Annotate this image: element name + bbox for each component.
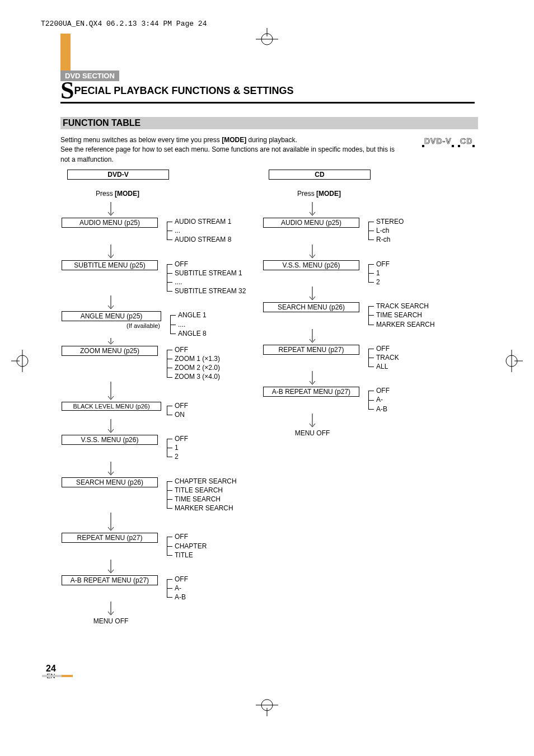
ab-repeat-menu-options: OFF A- A-B — [162, 575, 263, 602]
opt: ALL — [364, 362, 465, 371]
opt: OFF — [162, 575, 263, 584]
vss-menu-options: OFF 1 2 — [162, 434, 263, 462]
subheading: FUNCTION TABLE — [60, 117, 478, 129]
dvdv-press-line: Press [MODE] — [62, 190, 174, 198]
opt: ... — [162, 226, 263, 235]
cd-ab-repeat-menu-box: A-B REPEAT MENU (p27) — [263, 387, 359, 397]
opt: MARKER SEARCH — [162, 504, 263, 513]
opt: ANGLE 8 — [166, 329, 266, 338]
mode-key: [MODE] — [222, 136, 246, 144]
opt: 1 — [364, 269, 465, 278]
opt: TIME SEARCH — [162, 495, 263, 504]
if-available-note: (If available) — [62, 322, 160, 329]
menu-off: MENU OFF — [62, 617, 160, 625]
angle-menu-box: ANGLE MENU (p25) — [62, 311, 161, 321]
opt: ON — [162, 410, 263, 419]
opt: TRACK — [364, 353, 465, 362]
opt: STEREO — [364, 217, 465, 226]
dvdv-column: DVD-V Press [MODE] AUDIO MENU (p25) AUDI… — [62, 170, 263, 625]
cd-column: CD Press [MODE] AUDIO MENU (p25) STEREO … — [263, 170, 465, 437]
cd-repeat-options: OFF TRACK ALL — [364, 344, 465, 372]
opt: OFF — [162, 401, 263, 410]
opt: 2 — [364, 278, 465, 287]
intro-text: Setting menu switches as below every tim… — [60, 135, 396, 165]
opt: SUBTITLE STREAM 1 — [162, 269, 263, 278]
menu-off: MENU OFF — [263, 429, 362, 437]
opt: 2 — [162, 452, 263, 461]
opt: .... — [162, 278, 263, 287]
cd-vss-options: OFF 1 2 — [364, 260, 465, 287]
opt: ANGLE 1 — [166, 311, 266, 320]
print-header: T2200UA_EN.QX4 06.2.13 3:44 PM Page 24 — [41, 20, 207, 28]
cd-repeat-menu-box: REPEAT MENU (p27) — [263, 345, 359, 355]
opt: SUBTITLE STREAM 32 — [162, 287, 263, 295]
title-rest: PECIAL PLAYBACK FUNCTIONS & SETTINGS — [74, 85, 293, 96]
page-number-value: 24 — [46, 664, 56, 673]
opt: ZOOM 3 (×4.0) — [162, 372, 263, 381]
mode-key: [MODE] — [115, 190, 139, 198]
dvdv-disc-label: DVD-V — [67, 170, 169, 180]
opt: OFF — [364, 344, 465, 353]
crop-mark-top — [256, 28, 278, 50]
opt: OFF — [162, 434, 263, 443]
crop-mark-left — [11, 350, 34, 372]
opt: OFF — [162, 532, 263, 541]
intro-text-1: Setting menu switches as below every tim… — [60, 136, 222, 144]
vss-menu-box: V.S.S. MENU (p26) — [62, 435, 158, 445]
opt: 1 — [162, 443, 263, 452]
zoom-menu-options: OFF ZOOM 1 (×1.3) ZOOM 2 (×2.0) ZOOM 3 (… — [162, 345, 263, 382]
ab-repeat-menu-box: A-B REPEAT MENU (p27) — [62, 575, 158, 585]
opt: A-B — [162, 593, 263, 602]
angle-menu-options: ANGLE 1 .... ANGLE 8 — [166, 311, 266, 338]
disc-icons: DVD-V CD — [423, 135, 477, 147]
cd-icon: CD — [458, 135, 474, 147]
cd-search-options: TRACK SEARCH TIME SEARCH MARKER SEARCH — [364, 302, 465, 329]
cd-ab-repeat-options: OFF A- A-B — [364, 386, 465, 414]
cd-search-menu-box: SEARCH MENU (p26) — [263, 302, 359, 312]
opt: AUDIO STREAM 1 — [162, 217, 263, 226]
opt: ZOOM 2 (×2.0) — [162, 363, 263, 372]
cd-vss-menu-box: V.S.S. MENU (p26) — [263, 260, 359, 270]
page-num-gray-bar — [42, 675, 62, 677]
audio-menu-box: AUDIO MENU (p25) — [62, 218, 158, 228]
cd-press-line: Press [MODE] — [263, 190, 375, 198]
cd-audio-menu-box: AUDIO MENU (p25) — [263, 218, 359, 228]
opt: ZOOM 1 (×1.3) — [162, 354, 263, 363]
opt: R-ch — [364, 235, 465, 244]
press-text: Press — [297, 190, 316, 198]
opt: OFF — [364, 260, 465, 269]
mode-key: [MODE] — [316, 190, 341, 198]
opt: AUDIO STREAM 8 — [162, 235, 263, 244]
opt: OFF — [364, 386, 465, 395]
opt: .... — [166, 320, 266, 329]
opt: TRACK SEARCH — [364, 302, 465, 311]
opt: A-B — [364, 405, 465, 414]
intro-text-2: during playback. — [246, 136, 297, 144]
page-num-orange-bar — [62, 675, 73, 677]
opt: A- — [364, 395, 465, 404]
opt: A- — [162, 584, 263, 593]
repeat-menu-box: REPEAT MENU (p27) — [62, 533, 158, 543]
opt: OFF — [162, 260, 263, 269]
search-menu-box: SEARCH MENU (p26) — [62, 477, 158, 487]
cd-audio-options: STEREO L-ch R-ch — [364, 217, 465, 245]
opt: TIME SEARCH — [364, 311, 465, 320]
audio-menu-options: AUDIO STREAM 1 ... AUDIO STREAM 8 — [162, 217, 263, 245]
crop-mark-right — [500, 350, 523, 372]
title-dropcap: S — [60, 77, 74, 104]
opt: MARKER SEARCH — [364, 320, 465, 329]
search-menu-options: CHAPTER SEARCH TITLE SEARCH TIME SEARCH … — [162, 477, 263, 513]
opt: OFF — [162, 345, 263, 354]
page-title: SPECIAL PLAYBACK FUNCTIONS & SETTINGS — [60, 81, 475, 104]
opt: CHAPTER SEARCH — [162, 477, 263, 486]
opt: TITLE — [162, 551, 263, 560]
black-level-options: OFF ON — [162, 401, 263, 419]
black-level-menu-box: BLACK LEVEL MENU (p26) — [62, 402, 161, 411]
dvdv-icon: DVD-V — [423, 135, 453, 147]
subtitle-menu-box: SUBTITLE MENU (p25) — [62, 260, 158, 270]
crop-mark-bottom — [256, 694, 278, 716]
intro-text-3: See the reference page for how to set ea… — [60, 145, 395, 163]
opt: L-ch — [364, 226, 465, 235]
opt: TITLE SEARCH — [162, 486, 263, 495]
opt: CHAPTER — [162, 542, 263, 551]
